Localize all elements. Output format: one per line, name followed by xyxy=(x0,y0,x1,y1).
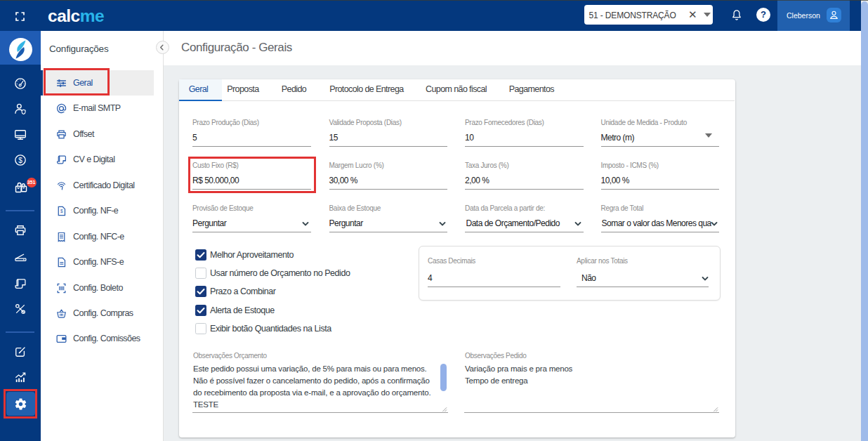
svg-text:$: $ xyxy=(18,157,22,164)
svg-text:$: $ xyxy=(60,209,63,213)
